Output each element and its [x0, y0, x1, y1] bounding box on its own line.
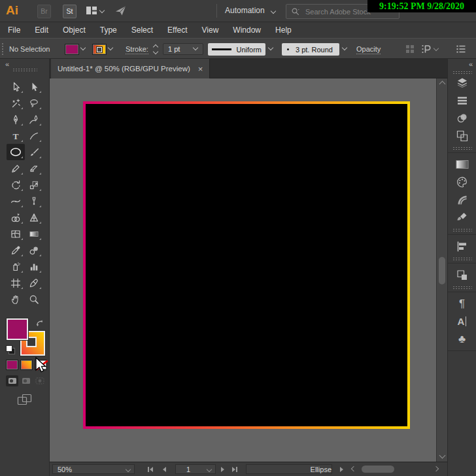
scroll-down-icon[interactable]: [439, 452, 446, 459]
ellipse-tool[interactable]: [7, 144, 25, 160]
vertical-scroll-thumb[interactable]: [439, 257, 445, 284]
menu-item[interactable]: View: [202, 26, 226, 35]
chevron-down-icon[interactable]: [268, 45, 273, 50]
brushes-panel-icon[interactable]: [448, 209, 476, 226]
scroll-up-icon[interactable]: [439, 81, 446, 88]
stroke-weight-field[interactable]: 1 pt: [163, 43, 203, 55]
panel-grip[interactable]: [12, 68, 37, 71]
shaper-tool[interactable]: [7, 160, 25, 177]
vertical-scrollbar[interactable]: [436, 78, 447, 462]
blend-tool[interactable]: [25, 242, 43, 258]
chevron-down-icon[interactable]: [434, 46, 439, 51]
eraser-tool[interactable]: [25, 160, 43, 177]
menu-item[interactable]: Select: [131, 26, 160, 35]
menu-item[interactable]: File: [8, 26, 27, 35]
shape-grid-icon[interactable]: [405, 44, 415, 54]
properties-panel-icon[interactable]: [448, 92, 476, 109]
stock-icon[interactable]: St: [63, 5, 76, 18]
fill-proxy-swatch[interactable]: [7, 318, 28, 340]
pen-tool[interactable]: [7, 111, 25, 128]
slice-tool[interactable]: [25, 275, 43, 291]
chevron-down-icon[interactable]: [99, 8, 105, 13]
next-artboard-button[interactable]: [221, 467, 224, 472]
chevron-down-icon[interactable]: [80, 45, 86, 50]
mesh-tool[interactable]: [7, 226, 25, 242]
panel-grip[interactable]: [1, 42, 4, 55]
perspective-grid-tool[interactable]: [25, 209, 43, 226]
opacity-panel-link[interactable]: Opacity: [356, 45, 381, 54]
transparency-panel-icon[interactable]: [448, 109, 476, 127]
paragraph-panel-icon[interactable]: ¶: [448, 295, 476, 313]
horizontal-scroll-thumb[interactable]: [362, 466, 394, 473]
lasso-tool[interactable]: [25, 95, 43, 111]
canvas-viewport[interactable]: [50, 78, 436, 462]
draw-normal-button[interactable]: [6, 375, 18, 386]
menu-item[interactable]: Window: [233, 26, 268, 35]
selection-tool[interactable]: [7, 78, 25, 95]
default-fill-stroke-icon[interactable]: [6, 345, 14, 354]
first-artboard-button[interactable]: [148, 467, 153, 472]
document-tab[interactable]: Untitled-1* @ 50% (RGB/GPU Preview) ×: [51, 59, 210, 78]
column-graph-tool[interactable]: [25, 258, 43, 275]
width-tool[interactable]: [7, 193, 25, 209]
fill-color-swatch[interactable]: [65, 44, 79, 55]
menu-item[interactable]: Object: [63, 26, 93, 35]
share-icon[interactable]: [114, 5, 127, 16]
magic-wand-tool[interactable]: [7, 95, 25, 111]
color-button[interactable]: [6, 360, 18, 370]
bridge-icon[interactable]: Br: [37, 5, 51, 18]
previous-artboard-button[interactable]: [163, 467, 166, 472]
symbol-sprayer-tool[interactable]: [7, 258, 25, 275]
swap-fill-stroke-icon[interactable]: [35, 318, 44, 327]
panel-grip[interactable]: [452, 146, 472, 150]
draw-inside-button[interactable]: [33, 375, 46, 386]
stroke-panel-link[interactable]: Stroke:: [126, 45, 148, 54]
line-segment-tool[interactable]: [25, 128, 43, 144]
panel-grip[interactable]: [452, 257, 472, 260]
scale-tool[interactable]: [25, 177, 43, 193]
character-panel-icon[interactable]: A: [448, 313, 476, 330]
panel-grip[interactable]: [452, 228, 472, 231]
stroke-weight-stepper[interactable]: [152, 43, 160, 55]
gradient-panel-icon[interactable]: [448, 156, 476, 173]
gradient-tool[interactable]: [25, 226, 43, 242]
step-down-icon[interactable]: [153, 49, 158, 54]
align-panel-icon[interactable]: [448, 237, 476, 255]
type-tool[interactable]: T: [7, 128, 25, 144]
pathfinder-panel-icon[interactable]: [448, 127, 476, 144]
chevron-down-icon[interactable]: [342, 45, 347, 50]
puppet-warp-tool[interactable]: [25, 193, 43, 209]
stroke-color-swatch[interactable]: [92, 44, 107, 55]
menu-item[interactable]: Help: [275, 26, 299, 35]
zoom-tool[interactable]: [25, 291, 43, 307]
swatches-panel-icon[interactable]: [448, 173, 476, 191]
paintbrush-tool[interactable]: [25, 144, 43, 160]
hand-tool[interactable]: [7, 291, 25, 307]
hscroll-right-icon[interactable]: [434, 467, 438, 471]
screen-mode-button[interactable]: [17, 394, 33, 406]
panel-grip[interactable]: [452, 286, 472, 289]
last-artboard-button[interactable]: [232, 467, 237, 472]
status-flyout-button[interactable]: [340, 467, 343, 472]
gradient-button[interactable]: [20, 360, 33, 370]
stroke-alignment-icon[interactable]: [421, 44, 432, 54]
color-guide-panel-icon[interactable]: [448, 191, 476, 209]
panel-menu-icon[interactable]: [456, 44, 466, 54]
menu-item[interactable]: Edit: [35, 26, 56, 35]
zoom-level-field[interactable]: 50%: [52, 464, 135, 474]
rotate-tool[interactable]: [7, 177, 25, 193]
hscroll-left-icon[interactable]: [352, 467, 356, 471]
artboard-tool[interactable]: [7, 275, 25, 291]
artboard[interactable]: [83, 101, 410, 429]
curvature-tool[interactable]: [25, 111, 43, 128]
artboard-number-field[interactable]: 1: [175, 464, 216, 474]
chevron-down-icon[interactable]: [108, 45, 113, 50]
layers-panel-icon[interactable]: [448, 74, 476, 92]
transform-panel-icon[interactable]: [448, 266, 476, 284]
brush-select[interactable]: 3 pt. Round: [282, 43, 339, 56]
status-readout[interactable]: Ellipse: [246, 464, 332, 474]
draw-behind-button[interactable]: [20, 375, 32, 386]
collapse-panel-icon[interactable]: «: [469, 60, 472, 68]
eyedropper-tool[interactable]: [7, 242, 25, 258]
menu-item[interactable]: Effect: [167, 26, 194, 35]
